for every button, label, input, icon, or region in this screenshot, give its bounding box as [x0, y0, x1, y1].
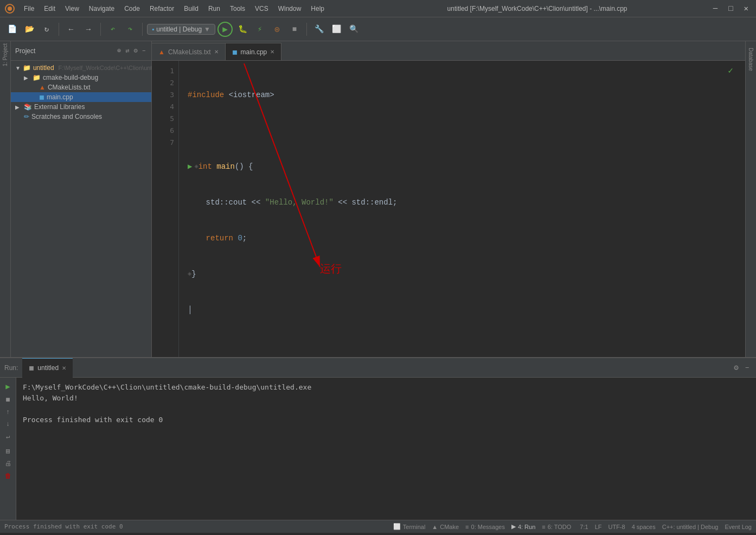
code-content[interactable]: #include <iostream> ▶ ◈ int main() { std… [179, 61, 745, 357]
tree-path-untitled: F:\Myself_WorkCode\C++\Clion\untitled [59, 65, 151, 71]
project-strip-label[interactable]: 1: Project [2, 43, 8, 66]
project-header: Project ⊕ ⇄ ⚙ – [11, 41, 151, 61]
tab-cmakelists[interactable]: ▲ CMakeLists.txt ✕ [152, 43, 226, 60]
minimize-button[interactable]: ─ [710, 3, 721, 14]
run-tabs: Run: ◼ untitled ✕ ⚙ – [0, 358, 756, 378]
tab-cpp-icon: ◼ [232, 48, 238, 56]
project-sync-icon[interactable]: ⇄ [124, 46, 130, 56]
cmake-button[interactable]: 🔧 [311, 22, 326, 37]
redo-button[interactable]: ↷ [123, 22, 138, 37]
menu-navigate[interactable]: Navigate [85, 4, 119, 14]
separator-2 [100, 23, 101, 36]
run-tab-close[interactable]: ✕ [62, 365, 66, 371]
forward-button[interactable]: → [81, 22, 96, 37]
tree-item-cmakelists[interactable]: ▶ ▲ CMakeLists.txt [11, 82, 151, 92]
status-run[interactable]: ▶ 4: Run [511, 523, 535, 530]
run-down-button[interactable]: ↓ [6, 421, 10, 428]
new-file-button[interactable]: 📄 [4, 22, 20, 37]
project-add-icon[interactable]: ⊕ [116, 46, 122, 56]
run-status-icon: ▶ [511, 523, 516, 530]
profile-button[interactable]: ◎ [270, 22, 285, 37]
menu-run[interactable]: Run [204, 4, 225, 14]
run-tab-untitled[interactable]: ◼ untitled ✕ [22, 358, 73, 378]
menu-window[interactable]: Window [274, 4, 306, 14]
menu-vcs[interactable]: VCS [251, 4, 273, 14]
tab-cmakelists-close[interactable]: ✕ [214, 49, 219, 55]
separator-3 [142, 23, 143, 36]
run-play-button[interactable]: ▶ [5, 382, 10, 391]
run-up-button[interactable]: ↑ [6, 409, 10, 416]
code-editor[interactable]: 1 2 3 4 5 6 7 #include <iostream> ▶ ◈ in… [152, 61, 745, 357]
project-minimize-icon[interactable]: – [141, 46, 147, 56]
tab-maincpp-label: main.cpp [241, 48, 267, 56]
status-messages[interactable]: ≡ 0: Messages [465, 523, 505, 530]
toolbar: 📄 📂 ↻ ← → ↶ ↷ ▪ untitled | Debug ▼ ▶ 🐛 ⚡… [0, 17, 756, 41]
line-num-3: 3 [152, 89, 174, 101]
menu-refactor[interactable]: Refactor [145, 4, 178, 14]
debug-button[interactable]: 🐛 [235, 22, 250, 37]
coverage-button[interactable]: ⚡ [252, 22, 267, 37]
menu-file[interactable]: File [20, 4, 39, 14]
run-body: ▶ ■ ↑ ↓ ↵ ▤ 🖨 🗑 F:\Myself_WorkCode\C++\C… [0, 378, 756, 520]
cmake-file-icon: ▲ [39, 84, 46, 91]
status-process-text: Process finished with exit code 0 [4, 523, 385, 530]
menu-view[interactable]: View [61, 4, 84, 14]
tree-label-ext-libs: External Libraries [34, 103, 85, 111]
run-config-selector[interactable]: ▪ untitled | Debug ▼ [147, 24, 215, 35]
run-stop-button[interactable]: ■ [5, 396, 10, 404]
undo-button[interactable]: ↶ [105, 22, 120, 37]
project-settings-icon[interactable]: ⚙ [133, 46, 139, 56]
run-filter-button[interactable]: ▤ [6, 447, 10, 455]
status-cmake[interactable]: ▲ CMake [432, 523, 459, 530]
status-terminal[interactable]: ⬜ Terminal [393, 523, 426, 530]
tree-item-maincpp[interactable]: ▶ ◼ main.cpp [11, 92, 151, 102]
messages-label: 0: Messages [471, 524, 505, 530]
editor-tabs: ▲ CMakeLists.txt ✕ ◼ main.cpp ✕ [152, 41, 745, 61]
menu-tools[interactable]: Tools [226, 4, 249, 14]
run-minimize-icon[interactable]: – [743, 361, 752, 374]
run-wrap-button[interactable]: ↵ [6, 432, 10, 441]
run-output-line-3 [23, 404, 749, 415]
run-settings-icon[interactable]: ⚙ [732, 361, 740, 374]
search-button[interactable]: 🔍 [346, 22, 361, 37]
status-encoding: UTF-8 [608, 524, 625, 530]
menu-build[interactable]: Build [180, 4, 203, 14]
folder-icon-cmake-build: 📁 [33, 74, 41, 81]
menu-code[interactable]: Code [120, 4, 144, 14]
status-right: 7:1 LF UTF-8 4 spaces C++: untitled | De… [580, 524, 752, 530]
maximize-button[interactable]: □ [725, 3, 736, 14]
database-sidebar-label[interactable]: Database [748, 48, 754, 71]
code-line-6: ◈} [188, 268, 741, 280]
run-trash-button[interactable]: 🗑 [5, 472, 11, 480]
event-log-button[interactable]: Event Log [725, 524, 752, 530]
status-todo[interactable]: ≡ 6: TODO [542, 523, 571, 530]
run-output-line-1: F:\Myself_WorkCode\C++\Clion\untitled\cm… [23, 382, 749, 393]
run-output: F:\Myself_WorkCode\C++\Clion\untitled\cm… [16, 378, 756, 520]
menu-edit[interactable]: Edit [40, 4, 60, 14]
svg-point-1 [8, 7, 12, 11]
run-tab-label: untitled [37, 364, 59, 372]
run-button[interactable]: ▶ [217, 22, 233, 37]
open-button[interactable]: 📂 [22, 22, 37, 37]
tree-item-ext-libs[interactable]: ▶ 📚 External Libraries [11, 102, 151, 112]
tree-item-untitled[interactable]: ▼ 📁 untitled F:\Myself_WorkCode\C++\Clio… [11, 63, 151, 73]
tree-item-scratches[interactable]: ▶ ✏ Scratches and Consoles [11, 112, 151, 122]
folder-icon-untitled: 📁 [23, 64, 31, 72]
status-cursor: 7:1 [580, 524, 588, 530]
stop-button[interactable]: ■ [287, 22, 302, 37]
scratches-icon: ✏ [24, 113, 29, 120]
title-bar: File Edit View Navigate Code Refactor Bu… [0, 0, 756, 17]
terminal-button[interactable]: ⬜ [329, 22, 344, 37]
tab-maincpp[interactable]: ◼ main.cpp ✕ [226, 43, 282, 60]
window-controls: ─ □ ✕ [710, 3, 752, 14]
code-line-7: │ [188, 304, 741, 316]
refresh-button[interactable]: ↻ [39, 22, 54, 37]
tab-maincpp-close[interactable]: ✕ [270, 49, 274, 55]
back-button[interactable]: ← [63, 22, 79, 37]
menu-help[interactable]: Help [306, 4, 329, 14]
messages-icon: ≡ [465, 524, 469, 530]
close-button[interactable]: ✕ [741, 3, 752, 14]
run-print-button[interactable]: 🖨 [5, 460, 11, 468]
status-line-ending: LF [595, 524, 602, 530]
tree-item-cmake-build[interactable]: ▶ 📁 cmake-build-debug [11, 73, 151, 82]
